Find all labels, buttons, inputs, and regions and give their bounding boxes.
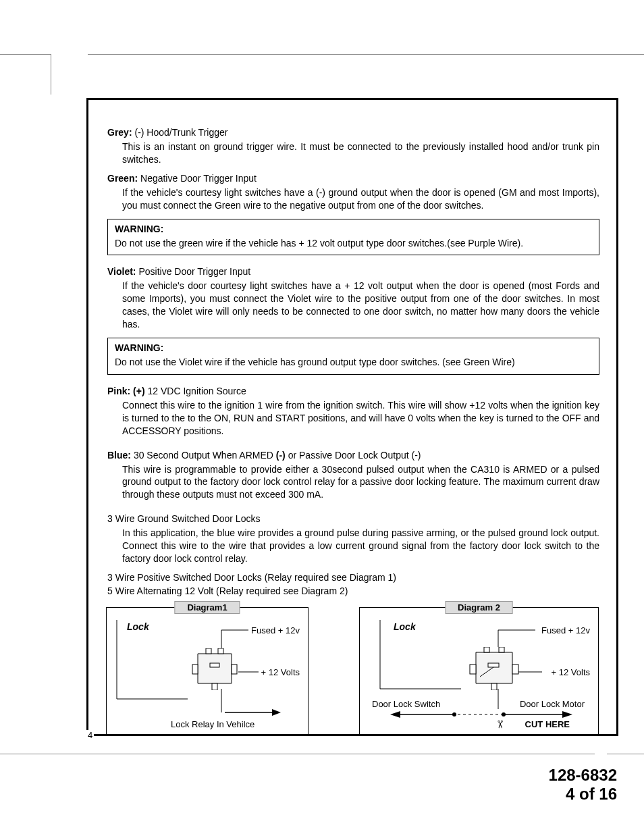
svg-point-8 <box>452 712 456 716</box>
wire-grey-text: This is an instant on ground trigger wir… <box>122 140 599 166</box>
wire-violet-text: If the vehicle's door courtesy light swi… <box>122 280 599 331</box>
wire-blue-label: Blue: <box>107 450 131 461</box>
warning-2-text: Do not use the Violet wire if the vehicl… <box>115 356 592 369</box>
svg-rect-1 <box>206 648 211 654</box>
svg-marker-0 <box>272 709 281 716</box>
wire-green-label: Green: <box>107 173 138 184</box>
svg-rect-3 <box>210 663 219 667</box>
doorlocks-line-1: 3 Wire Positive Switched Door Locks (Rel… <box>107 572 599 583</box>
rule-left <box>51 54 51 95</box>
svg-marker-10 <box>562 711 572 718</box>
wire-pink-label: Pink: (+) <box>107 386 145 396</box>
warning-1-head: WARNING: <box>115 224 592 234</box>
wire-grey-title: (-) Hood/Trunk Trigger <box>132 127 228 138</box>
warning-1-text: Do not use the green wire if the vehicle… <box>115 237 592 250</box>
svg-rect-2 <box>218 648 223 654</box>
svg-rect-14 <box>470 664 476 674</box>
inner-page-number: 4 <box>86 730 94 740</box>
svg-rect-12 <box>499 647 504 652</box>
svg-rect-11 <box>484 647 489 652</box>
diagrams-row: Diagram1 Lock Fused + 12v + 12 Volts Loc… <box>106 607 599 735</box>
wire-grey-label: Grey: <box>107 127 132 138</box>
svg-marker-7 <box>390 711 400 718</box>
wire-pink-title: 12 VDC Ignition Source <box>145 386 246 396</box>
footer-code: 128-6832 <box>549 766 617 785</box>
relay-icon <box>468 647 520 690</box>
svg-rect-13 <box>488 663 499 667</box>
wire-green-text: If the vehicle's courtesy light switches… <box>122 186 599 212</box>
wire-grey-head: Grey: (-) Hood/Trunk Trigger <box>107 127 599 138</box>
wire-green-title: Negative Door Trigger Input <box>138 173 257 184</box>
wire-violet-label: Violet: <box>107 266 136 277</box>
footer-page: 4 of 16 <box>549 785 617 804</box>
warning-box-2: WARNING: Do not use the Violet wire if t… <box>107 338 599 375</box>
rule-top <box>0 54 644 55</box>
wire-blue-neg: (-) <box>276 450 286 461</box>
diagram-1: Diagram1 Lock Fused + 12v + 12 Volts Loc… <box>106 607 308 735</box>
warning-2-head: WARNING: <box>115 342 592 353</box>
svg-rect-4 <box>192 664 198 674</box>
svg-rect-15 <box>512 664 518 674</box>
doorlocks-line-2: 5 Wire Alternating 12 Volt (Relay requir… <box>107 585 599 596</box>
wire-blue-title-a: 30 Second Output When ARMED <box>131 450 276 461</box>
wire-pink-text: Connect this wire to the ignition 1 wire… <box>122 399 599 438</box>
wire-violet-head: Violet: Positive Door Trigger Input <box>107 266 599 277</box>
page-footer: 128-6832 4 of 16 <box>549 766 617 804</box>
svg-rect-16 <box>491 683 497 690</box>
diagram-2: Diagram 2 Lock Fused + 12v + 12 Volts Do… <box>359 607 599 735</box>
relay-icon <box>191 648 238 690</box>
wire-blue-title-b: or Passive Door Lock Output (-) <box>286 450 421 461</box>
wire-blue-text: This wire is programmable to provide eit… <box>122 463 599 502</box>
wire-blue-head: Blue: 30 Second Output When ARMED (-) or… <box>107 450 599 461</box>
content-frame: Grey: (-) Hood/Trunk Trigger This is an … <box>86 98 618 736</box>
wire-pink-head: Pink: (+) 12 VDC Ignition Source <box>107 386 599 396</box>
warning-box-1: WARNING: Do not use the green wire if th… <box>107 219 599 256</box>
wire-green-head: Green: Negative Door Trigger Input <box>107 173 599 184</box>
svg-rect-6 <box>212 683 217 690</box>
page: Grey: (-) Hood/Trunk Trigger This is an … <box>0 0 644 834</box>
doorlocks-head: 3 Wire Ground Switched Door Locks <box>107 513 599 524</box>
svg-rect-5 <box>232 664 237 674</box>
rule-bottom <box>0 754 644 754</box>
doorlocks-para: In this application, the blue wire provi… <box>122 527 599 565</box>
wire-violet-title: Positive Door Trigger Input <box>136 266 251 277</box>
